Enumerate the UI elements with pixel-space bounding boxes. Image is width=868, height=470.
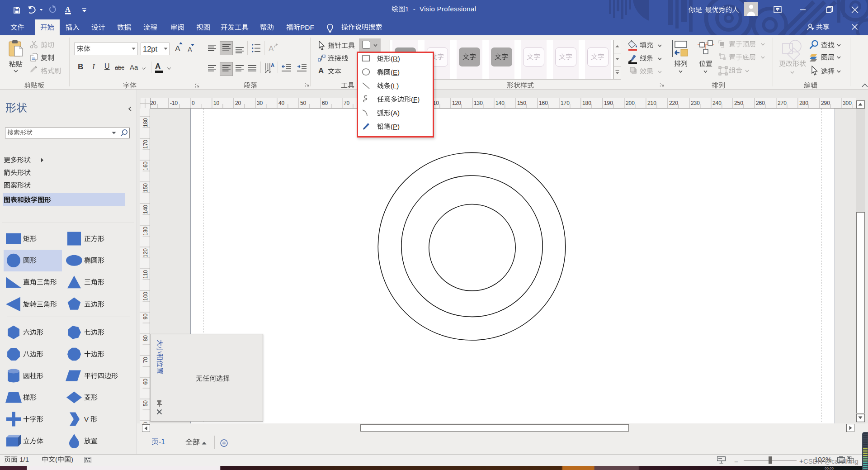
svg-text:280: 280: [799, 100, 808, 106]
svg-text:40: 40: [278, 100, 284, 106]
svg-text:270: 270: [777, 100, 786, 106]
svg-text:240: 240: [712, 100, 721, 106]
svg-text:100: 100: [142, 291, 148, 300]
svg-text:180: 180: [142, 118, 148, 127]
svg-text:60: 60: [142, 378, 148, 385]
svg-text:-10: -10: [170, 100, 178, 106]
svg-text:20: 20: [235, 100, 241, 106]
svg-text:0: 0: [191, 100, 194, 106]
svg-text:50: 50: [300, 100, 306, 106]
svg-text:210: 210: [647, 100, 656, 106]
svg-text:A: A: [65, 5, 71, 13]
svg-text:170: 170: [560, 100, 569, 106]
svg-text:160: 160: [538, 100, 547, 106]
svg-text:50: 50: [142, 400, 148, 406]
svg-text:230: 230: [690, 100, 699, 106]
svg-text:150: 150: [142, 183, 148, 192]
svg-text:220: 220: [669, 100, 678, 106]
svg-text:10: 10: [213, 100, 219, 106]
svg-text:70: 70: [343, 100, 349, 106]
svg-text:200: 200: [625, 100, 634, 106]
svg-text:90: 90: [142, 313, 148, 319]
svg-text:290: 290: [821, 100, 830, 106]
svg-text:30: 30: [256, 100, 263, 106]
svg-text:130: 130: [473, 100, 482, 106]
svg-text:80: 80: [142, 335, 148, 341]
svg-text:170: 170: [142, 139, 148, 148]
svg-text:150: 150: [517, 100, 526, 106]
svg-text:110: 110: [142, 270, 148, 278]
svg-text:70: 70: [142, 356, 148, 363]
svg-text:260: 260: [755, 100, 764, 106]
svg-text:130: 130: [142, 226, 148, 235]
svg-text:160: 160: [142, 161, 148, 170]
svg-text:300: 300: [842, 100, 851, 106]
svg-text:120: 120: [452, 100, 461, 106]
svg-text:180: 180: [582, 100, 591, 106]
svg-text:190: 190: [604, 100, 613, 106]
svg-text:140: 140: [495, 100, 504, 106]
svg-text:120: 120: [142, 248, 148, 257]
svg-text:250: 250: [734, 100, 743, 106]
svg-text:140: 140: [142, 204, 148, 214]
svg-text:60: 60: [321, 100, 328, 106]
svg-text:A: A: [271, 62, 274, 68]
